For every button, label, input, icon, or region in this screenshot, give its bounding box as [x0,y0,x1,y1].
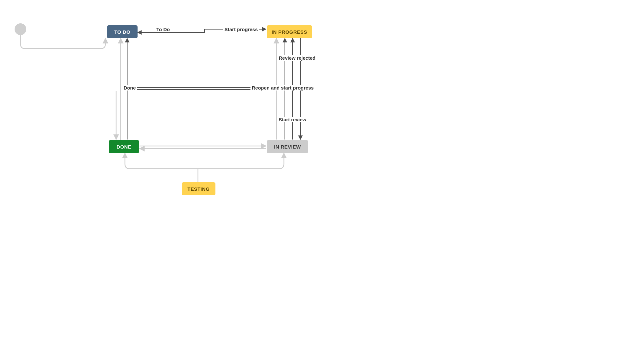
status-in-review[interactable]: IN REVIEW [267,140,308,153]
status-in-progress[interactable]: IN PROGRESS [267,25,312,38]
label-reopen: Reopen and start progress [250,85,315,91]
status-testing[interactable]: TESTING [182,182,215,195]
workflow-diagram: TO DO IN PROGRESS DONE IN REVIEW TESTING… [0,0,474,273]
status-todo[interactable]: TO DO [107,25,138,38]
status-testing-label: TESTING [188,186,210,192]
label-to-do: To Do [155,27,171,32]
edge-start-to-todo [20,35,105,49]
edge-testing-to-done [125,153,198,169]
start-node[interactable] [15,23,26,35]
status-in-review-label: IN REVIEW [274,144,301,150]
status-todo-label: TO DO [114,29,130,35]
label-done: Done [122,85,137,91]
status-in-progress-label: IN PROGRESS [272,29,307,35]
label-start-progress: Start progress [223,27,259,32]
label-start-review: Start review [277,117,308,122]
edge-testing-to-inreview [198,153,284,169]
edges-layer [0,0,474,273]
label-review-rejected: Review rejected [277,55,317,61]
status-done[interactable]: DONE [109,140,139,153]
status-done-label: DONE [116,144,131,150]
